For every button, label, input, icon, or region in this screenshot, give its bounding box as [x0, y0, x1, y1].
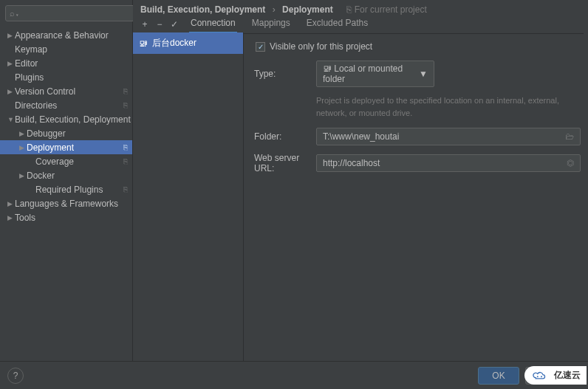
sidebar-item-build[interactable]: ▼Build, Execution, Deployment [0, 112, 132, 126]
sidebar-item-coverage[interactable]: Coverage⎘ [0, 154, 132, 168]
chevron-down-icon: ▼ [419, 69, 428, 79]
visible-only-checkbox[interactable]: ✓ [256, 42, 265, 52]
sidebar-item-required-plugins[interactable]: Required Plugins⎘ [0, 182, 132, 196]
sidebar-item-label: Docker [27, 171, 55, 181]
visible-only-row[interactable]: ✓ Visible only for this project [254, 41, 581, 52]
type-value: Local or mounted folder [323, 63, 403, 84]
sidebar-item-label: Keymap [15, 44, 47, 55]
chevron-right-icon: ▶ [7, 214, 15, 221]
search-input[interactable] [5, 5, 136, 21]
help-button[interactable]: ? [7, 368, 24, 384]
project-badge-icon: ⎘ [123, 143, 128, 151]
sidebar-item-plugins[interactable]: Plugins [0, 70, 132, 84]
tab-mappings[interactable]: Mappings [250, 16, 292, 33]
type-hint: Project is deployed to the specified loc… [316, 94, 581, 119]
project-badge-icon: ⎘ [123, 101, 128, 109]
chevron-right-icon: ▶ [7, 88, 15, 95]
toolbar: + − ✓ Connection Mappings Excluded Paths [133, 16, 588, 32]
url-label: Web server URL: [254, 153, 316, 173]
sidebar-item-label: Deployment [27, 142, 74, 153]
chevron-right-icon: › [273, 4, 276, 15]
scope-hint: ⎘For current project [346, 4, 427, 15]
folder-icon: 🖳 [323, 63, 332, 74]
svg-point-1 [541, 376, 542, 377]
add-button[interactable]: + [137, 17, 152, 32]
svg-point-0 [537, 376, 539, 377]
sidebar-item-label: Coverage [35, 156, 74, 167]
sidebar-item-languages[interactable]: ▶Languages & Frameworks [0, 196, 132, 210]
sidebar-item-tools[interactable]: ▶Tools [0, 210, 132, 224]
type-dropdown[interactable]: 🖳 Local or mounted folder ▼ [316, 61, 434, 87]
sidebar-item-docker[interactable]: ▶Docker [0, 168, 132, 182]
sidebar-item-keymap[interactable]: Keymap [0, 42, 132, 56]
chevron-down-icon: ▼ [7, 116, 15, 123]
project-badge-icon: ⎘ [123, 157, 128, 165]
folder-label: Folder: [254, 131, 316, 142]
chevron-right-icon: ▶ [7, 60, 15, 67]
breadcrumb-segment[interactable]: Deployment [282, 4, 333, 15]
server-list-item[interactable]: 🖳 后台docker [133, 32, 243, 54]
watermark-text: 亿速云 [554, 369, 581, 382]
breadcrumb-segment[interactable]: Build, Execution, Deployment [140, 4, 265, 15]
chevron-right-icon: ▶ [19, 130, 27, 137]
project-badge-icon: ⎘ [123, 185, 128, 193]
sidebar-item-label: Debugger [27, 128, 66, 139]
sidebar-item-version-control[interactable]: ▶Version Control⎘ [0, 84, 132, 98]
footer: ? OK Cancel [0, 361, 588, 389]
search-icon: ⌕▾ [10, 9, 20, 18]
chevron-right-icon: ▶ [19, 144, 27, 151]
sidebar-item-label: Tools [15, 213, 35, 223]
sidebar-item-label: Build, Execution, Deployment [15, 114, 131, 125]
open-browser-icon[interactable]: ⏣ [567, 158, 574, 168]
connection-form: ✓ Visible only for this project Type: 🖳 … [244, 32, 588, 361]
settings-tree: ▶Appearance & Behavior Keymap ▶Editor Pl… [0, 27, 132, 361]
url-input[interactable]: http://localhost ⏣ [316, 154, 581, 172]
tab-bar: Connection Mappings Excluded Paths [182, 16, 584, 34]
folder-input[interactable]: T:\www\new_houtai 🗁 [316, 128, 581, 145]
settings-sidebar: ⌕▾ ▶Appearance & Behavior Keymap ▶Editor… [0, 0, 133, 361]
chevron-right-icon: ▶ [7, 32, 15, 39]
sidebar-item-label: Required Plugins [35, 185, 103, 195]
browse-icon[interactable]: 🗁 [565, 131, 574, 142]
search-box: ⌕▾ [5, 5, 127, 21]
project-badge-icon: ⎘ [123, 87, 128, 95]
sidebar-item-label: Plugins [15, 72, 44, 83]
type-label: Type: [254, 69, 316, 79]
server-icon: 🖳 [139, 38, 148, 49]
header: Build, Execution, Deployment › Deploymen… [133, 0, 588, 16]
chevron-right-icon: ▶ [7, 200, 15, 207]
sidebar-item-label: Directories [15, 100, 57, 111]
sidebar-item-label: Languages & Frameworks [15, 199, 118, 209]
project-badge-icon: ⎘ [346, 4, 352, 15]
sidebar-item-appearance[interactable]: ▶Appearance & Behavior [0, 28, 132, 42]
folder-value: T:\www\new_houtai [323, 131, 399, 142]
sidebar-item-editor[interactable]: ▶Editor [0, 56, 132, 70]
remove-button[interactable]: − [152, 17, 167, 32]
main-panel: Build, Execution, Deployment › Deploymen… [133, 0, 588, 361]
tab-connection[interactable]: Connection [189, 16, 237, 33]
server-label: 后台docker [152, 37, 196, 49]
sidebar-item-label: Appearance & Behavior [15, 30, 109, 41]
sidebar-item-deployment[interactable]: ▶Deployment⎘ [0, 140, 132, 154]
sidebar-item-label: Version Control [15, 86, 75, 97]
watermark: 亿速云 [524, 366, 587, 385]
sidebar-item-directories[interactable]: Directories⎘ [0, 98, 132, 112]
server-list: 🖳 后台docker [133, 32, 244, 361]
check-button[interactable]: ✓ [167, 17, 182, 32]
breadcrumb: Build, Execution, Deployment › Deploymen… [140, 4, 333, 15]
sidebar-item-debugger[interactable]: ▶Debugger [0, 126, 132, 140]
tab-excluded-paths[interactable]: Excluded Paths [305, 16, 369, 33]
cloud-icon [532, 370, 551, 382]
url-value: http://localhost [323, 158, 380, 168]
chevron-right-icon: ▶ [19, 172, 27, 179]
sidebar-item-label: Editor [15, 58, 38, 69]
ok-button[interactable]: OK [478, 367, 519, 385]
visible-only-label: Visible only for this project [270, 41, 372, 52]
